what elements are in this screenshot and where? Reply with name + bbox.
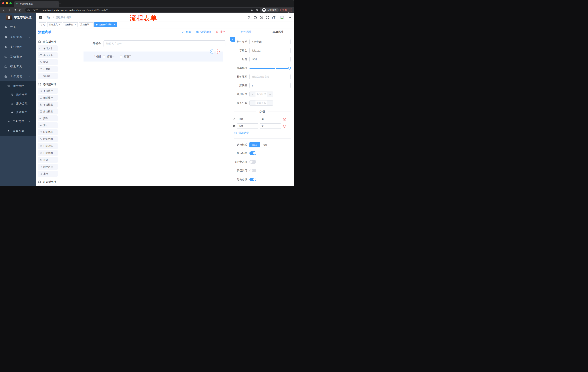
key-icon[interactable] — [251, 9, 253, 11]
form-grid-slider[interactable] — [249, 65, 291, 71]
remove-option-icon[interactable] — [283, 118, 286, 121]
tag-close-icon[interactable]: ✕ — [74, 23, 76, 26]
browser-menu-dots-icon[interactable] — [288, 9, 290, 11]
tab-component-props[interactable]: 组件属性 — [230, 28, 262, 36]
sidebar-item-task-mgmt[interactable]: 任务管理 — [0, 117, 36, 126]
sidebar-item-devtools[interactable]: 研发工具 — [0, 62, 36, 72]
sidebar-item-infra[interactable]: 基础设施 — [0, 52, 36, 62]
palette-item-upload[interactable]: 上传 — [38, 171, 58, 177]
sidebar-item-home[interactable]: 首页 — [0, 22, 36, 32]
back-icon[interactable] — [2, 9, 5, 12]
drag-handle-icon[interactable] — [232, 118, 236, 121]
with-border-switch[interactable] — [249, 160, 256, 164]
new-tab-icon[interactable] — [59, 2, 61, 5]
style-button-button[interactable]: 按钮 — [260, 142, 270, 148]
stepper-increase-button[interactable]: + — [267, 100, 273, 105]
add-option-button[interactable]: 添加选项 — [234, 131, 291, 135]
stepper-decrease-button[interactable]: − — [250, 92, 255, 97]
view-json-button[interactable]: 查看json — [196, 30, 211, 34]
tag-close-icon[interactable]: ✕ — [59, 23, 60, 26]
gender-option-2[interactable]: 选项二 — [120, 55, 132, 58]
palette-item-editor[interactable]: 编辑器 — [38, 73, 58, 79]
required-switch[interactable] — [249, 178, 256, 181]
duplicate-component-button[interactable] — [210, 50, 214, 53]
drawer-link-tab[interactable] — [230, 37, 235, 42]
palette-item-time-range[interactable]: 时间范围 — [38, 136, 58, 142]
tag-process-model[interactable]: 流程模型✕ — [63, 22, 78, 27]
sidebar-fold-icon[interactable] — [39, 16, 42, 19]
delete-component-button[interactable] — [216, 50, 220, 53]
show-label-switch[interactable] — [249, 151, 256, 155]
sidebar-item-payment[interactable]: 支付管理 — [0, 42, 36, 52]
help-icon[interactable] — [260, 16, 263, 19]
title-input[interactable] — [249, 57, 291, 62]
sidebar-item-workflow[interactable]: 工作流程 — [0, 72, 36, 81]
phone-input[interactable] — [104, 40, 225, 47]
palette-item-date-picker[interactable]: 日期选择 — [38, 143, 58, 149]
tag-close-icon[interactable]: ✕ — [114, 23, 115, 26]
min-select-input[interactable] — [255, 92, 267, 97]
palette-item-radio-group[interactable]: 单选框组 — [38, 102, 58, 107]
max-select-input[interactable] — [255, 100, 267, 105]
palette-item-switch[interactable]: 开关 — [38, 115, 58, 121]
style-default-button[interactable]: 默认 — [249, 142, 260, 148]
option-label-input[interactable] — [237, 117, 258, 122]
palette-item-date-range[interactable]: 日期范围 — [38, 150, 58, 156]
tag-close-icon[interactable]: ✕ — [90, 23, 92, 26]
sidebar-item-system[interactable]: 系统管理 — [0, 32, 36, 42]
palette-item-color-picker[interactable]: 颜色选择 — [38, 164, 58, 170]
palette-item-time-picker[interactable]: 时间选择 — [38, 129, 58, 135]
avatar-caret-down-icon[interactable] — [288, 16, 292, 19]
checkbox-icon[interactable] — [103, 55, 105, 58]
tag-process-definition[interactable]: 流程定义✕ — [47, 22, 62, 27]
gender-option-1[interactable]: 选项一 — [103, 55, 115, 58]
fullscreen-icon[interactable] — [266, 16, 269, 19]
search-icon[interactable] — [247, 16, 251, 19]
field-name-input[interactable] — [249, 48, 291, 53]
canvas-field-gender-selected[interactable]: *性别 选项一 选项二 — [84, 52, 223, 62]
stepper-increase-button[interactable]: + — [267, 92, 273, 97]
palette-item-password[interactable]: 密码 — [38, 59, 58, 65]
option-value-input[interactable] — [260, 117, 281, 122]
browser-caret-down-icon[interactable] — [288, 12, 290, 14]
chrome-update-button[interactable]: 更新 — [280, 8, 292, 12]
forward-icon[interactable] — [8, 9, 11, 12]
breadcrumb-home[interactable]: 首页 — [46, 16, 52, 19]
font-size-icon[interactable] — [272, 15, 276, 20]
tag-process-form-edit[interactable]: 流程表单-编辑✕ — [94, 22, 117, 27]
checkbox-icon[interactable] — [120, 55, 122, 58]
palette-item-single-text[interactable]: 单行文本 — [38, 45, 58, 51]
github-icon[interactable] — [253, 16, 257, 20]
sidebar-item-process-model[interactable]: 流程模型 — [0, 108, 36, 117]
sidebar-item-process-mgmt[interactable]: 流程管理 — [0, 81, 36, 90]
option-label-input[interactable] — [237, 123, 258, 129]
sidebar-item-leave-query[interactable]: 请假查询 — [0, 126, 36, 136]
window-close-button[interactable] — [2, 2, 4, 4]
slider-handle[interactable] — [288, 67, 291, 70]
palette-item-rate[interactable]: 评分 — [38, 157, 58, 163]
tab-form-props[interactable]: 表单属性 — [262, 28, 294, 36]
palette-item-slider[interactable]: 滑块 — [38, 122, 58, 128]
address-bar[interactable]: 不安全 dashboard.yudao.iocoder.cn/bpm/manag… — [25, 8, 260, 12]
component-type-select[interactable]: 多选框组 — [249, 39, 291, 44]
window-zoom-button[interactable] — [10, 2, 12, 4]
bookmark-star-icon[interactable] — [255, 9, 258, 11]
default-value-input[interactable] — [249, 83, 291, 88]
drag-handle-icon[interactable] — [232, 125, 236, 128]
browser-tab[interactable]: 芋道管理系统 — [14, 1, 59, 7]
home-icon[interactable] — [19, 9, 22, 12]
stepper-decrease-button[interactable]: − — [250, 100, 255, 105]
palette-item-row-container[interactable]: 行容器 — [38, 185, 58, 186]
tab-close-icon[interactable] — [55, 3, 57, 5]
disabled-switch[interactable] — [249, 169, 256, 172]
palette-item-textarea[interactable]: 多行文本 — [38, 52, 58, 58]
avatar[interactable] — [278, 14, 286, 21]
canvas-field-phone[interactable]: *手机号 — [81, 40, 230, 47]
palette-item-select[interactable]: 下拉选择 — [38, 88, 58, 94]
refresh-icon[interactable] — [13, 9, 16, 12]
clear-button[interactable]: 清空 — [216, 30, 225, 34]
palette-item-cascader[interactable]: 级联选择 — [38, 95, 58, 101]
option-value-input[interactable] — [260, 123, 281, 129]
window-minimize-button[interactable] — [6, 2, 8, 4]
sidebar-item-user-group[interactable]: 用户分组 — [0, 99, 36, 108]
